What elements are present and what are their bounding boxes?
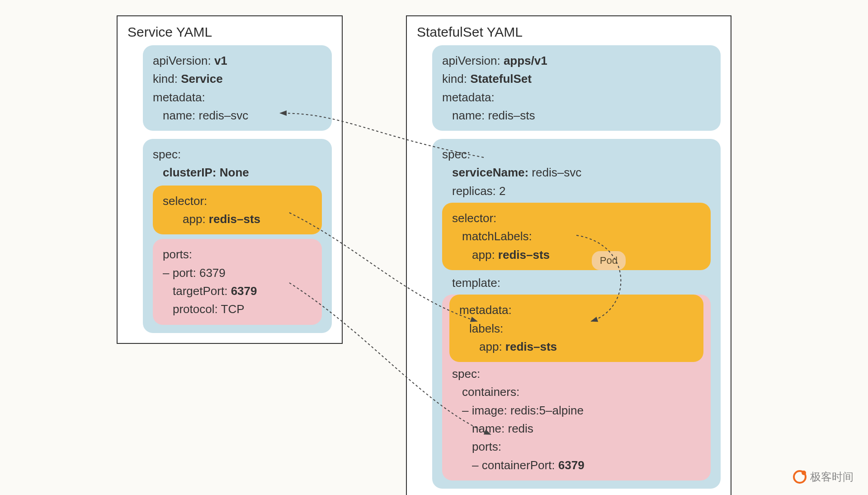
sts-tpl-cname-key: name: xyxy=(472,422,505,435)
sts-servicename-val: redis–svc xyxy=(532,166,581,179)
sts-title: StatefulSet YAML xyxy=(417,24,721,40)
sts-tpl-cport-key: – containerPort: xyxy=(472,458,555,472)
svc-port-val: 6379 xyxy=(199,266,226,280)
pod-badge: Pod xyxy=(592,251,626,270)
sts-tpl-metadata-key: metadata: xyxy=(459,301,693,319)
sts-tpl-app-val: redis–sts xyxy=(505,340,557,353)
sts-matchlabels-key: matchLabels: xyxy=(452,227,701,245)
sts-tpl-image-key: – image: xyxy=(462,404,507,417)
sts-apiversion-key: apiVersion: xyxy=(442,54,500,67)
sts-replicas-key: replicas: xyxy=(452,184,496,198)
svc-metadata-key: metadata: xyxy=(153,88,322,106)
svc-apiversion-val: v1 xyxy=(214,54,227,67)
svc-spec-key: spec: xyxy=(153,145,322,163)
sts-selector-key: selector: xyxy=(452,209,701,227)
service-title: Service YAML xyxy=(127,24,332,40)
sts-tpl-spec-key: spec: xyxy=(452,365,701,383)
sts-header-block: apiVersion: apps/v1 kind: StatefulSet me… xyxy=(432,45,721,131)
service-panel: Service YAML apiVersion: v1 kind: Servic… xyxy=(117,15,343,344)
service-selector-block: selector: app: redis–sts xyxy=(153,186,322,235)
svc-clusterip-key: clusterIP: xyxy=(163,166,217,179)
svc-protocol-key: protocol: xyxy=(173,302,218,316)
sts-tpl-image-val: redis:5–alpine xyxy=(510,404,584,417)
sts-sel-app-val: redis–sts xyxy=(498,248,550,262)
sts-template-block: metadata: labels: app: redis–sts spec: c… xyxy=(442,295,711,481)
branding-logo: 极客时间 xyxy=(793,470,854,484)
sts-spec-block: spec: serviceName: redis–svc replicas: 2… xyxy=(432,139,721,489)
sts-replicas-val: 2 xyxy=(499,184,505,198)
sts-tpl-labels-key: labels: xyxy=(459,319,693,338)
svc-name-val: redis–svc xyxy=(199,109,249,122)
sts-kind-val: StatefulSet xyxy=(470,72,532,86)
svc-selector-key: selector: xyxy=(163,192,312,210)
sts-selector-block: selector: matchLabels: app: redis–sts xyxy=(442,203,711,270)
logo-icon xyxy=(793,470,807,484)
svc-ports-key: ports: xyxy=(163,245,312,263)
svc-targetport-val: 6379 xyxy=(231,284,257,298)
svc-kind-key: kind: xyxy=(153,72,178,86)
svc-protocol-val: TCP xyxy=(221,302,245,316)
sts-name-val: redis–sts xyxy=(488,109,535,122)
sts-kind-key: kind: xyxy=(442,72,467,86)
branding-text: 极客时间 xyxy=(810,470,854,484)
sts-name-key: name: xyxy=(452,109,485,122)
sts-servicename-key: serviceName: xyxy=(452,166,528,179)
svc-kind-val: Service xyxy=(181,72,223,86)
sts-template-key: template: xyxy=(442,274,711,292)
sts-tpl-cport-val: 6379 xyxy=(558,458,585,472)
sts-template-metadata-block: metadata: labels: app: redis–sts xyxy=(449,295,703,362)
service-header-block: apiVersion: v1 kind: Service metadata: n… xyxy=(143,45,332,131)
sts-metadata-key: metadata: xyxy=(442,88,711,106)
service-ports-block: ports: – port: 6379 targetPort: 6379 pro… xyxy=(153,239,322,324)
svc-name-key: name: xyxy=(163,109,195,122)
sts-sel-app-key: app: xyxy=(472,248,495,262)
sts-apiversion-val: apps/v1 xyxy=(504,54,547,67)
svc-port-key: – port: xyxy=(163,266,196,280)
sts-tpl-app-key: app: xyxy=(479,340,502,353)
sts-tpl-cname-val: redis xyxy=(508,422,533,435)
svc-sel-app-val: redis–sts xyxy=(209,212,260,226)
statefulset-panel: StatefulSet YAML apiVersion: apps/v1 kin… xyxy=(406,15,731,495)
svc-targetport-key: targetPort: xyxy=(173,284,227,298)
service-spec-block: spec: clusterIP: None selector: app: red… xyxy=(143,139,332,333)
svc-clusterip-val: None xyxy=(220,166,249,179)
sts-spec-key: spec: xyxy=(442,145,711,163)
svc-apiversion-key: apiVersion: xyxy=(153,54,211,67)
sts-tpl-ports-key: ports: xyxy=(452,438,701,456)
sts-tpl-containers-key: containers: xyxy=(452,383,701,401)
svc-sel-app-key: app: xyxy=(183,212,206,226)
